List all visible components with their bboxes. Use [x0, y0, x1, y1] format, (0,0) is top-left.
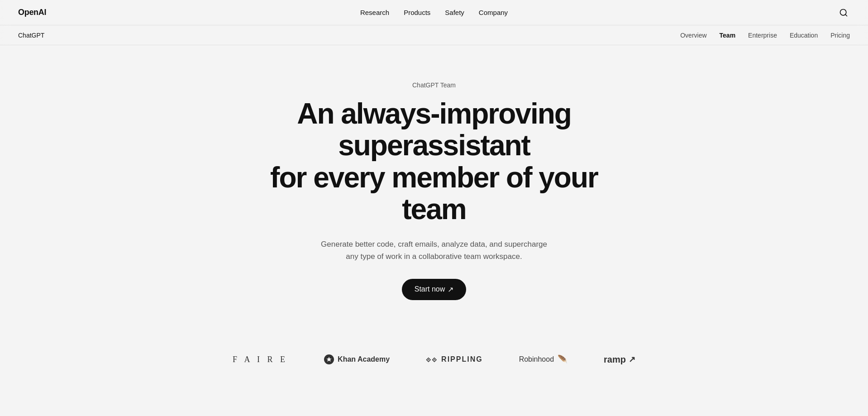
svg-line-1	[845, 14, 847, 16]
robinhood-feather-icon: 🪶	[558, 354, 568, 364]
cta-label: Start now	[415, 285, 445, 293]
faire-text: F A I R E	[233, 355, 288, 364]
subnav-team[interactable]: Team	[720, 32, 736, 39]
hero-section: ChatGPT Team An always-improving superas…	[230, 45, 638, 327]
hero-title: An always-improving superassistant for e…	[248, 98, 620, 225]
cta-arrow-icon: ↗	[448, 285, 453, 294]
ramp-text: ramp	[604, 354, 626, 365]
hero-eyebrow: ChatGPT Team	[412, 81, 456, 89]
top-navigation: OpenAI Research Products Safety Company	[0, 0, 868, 25]
logo-ramp: ramp ↗	[604, 354, 635, 365]
rippling-icon: ⟐⟐	[426, 355, 438, 364]
hero-description: Generate better code, craft emails, anal…	[316, 238, 552, 263]
subnav-overview[interactable]: Overview	[680, 32, 706, 39]
openai-logo[interactable]: OpenAI	[18, 8, 46, 17]
search-button[interactable]	[837, 6, 850, 19]
nav-safety[interactable]: Safety	[445, 9, 464, 16]
logo-faire: F A I R E	[233, 355, 288, 364]
logo-robinhood: Robinhood 🪶	[519, 354, 568, 364]
rippling-text: RIPPLING	[441, 355, 483, 363]
logos-section: F A I R E Khan Academy ⟐⟐ RIPPLING Robin…	[0, 327, 868, 392]
nav-company[interactable]: Company	[479, 9, 508, 16]
hero-title-line1: An always-improving superassistant	[297, 97, 571, 162]
hero-title-line2: for every member of your team	[270, 161, 598, 225]
subnav-pricing[interactable]: Pricing	[830, 32, 850, 39]
chatgpt-brand: ChatGPT	[18, 32, 44, 39]
start-now-button[interactable]: Start now ↗	[402, 279, 467, 300]
logo-rippling: ⟐⟐ RIPPLING	[426, 355, 483, 364]
subnav-enterprise[interactable]: Enterprise	[748, 32, 777, 39]
logo-khan-academy: Khan Academy	[324, 354, 390, 364]
main-content: ChatGPT Team An always-improving superas…	[0, 0, 868, 392]
subnav-education[interactable]: Education	[790, 32, 818, 39]
khan-academy-text: Khan Academy	[338, 355, 390, 363]
khan-badge-icon	[324, 354, 334, 364]
search-icon	[839, 8, 848, 17]
secondary-navigation: ChatGPT Overview Team Enterprise Educati…	[0, 25, 868, 45]
robinhood-text: Robinhood	[519, 355, 554, 363]
nav-products[interactable]: Products	[404, 9, 430, 16]
ramp-arrow-icon: ↗	[629, 354, 635, 364]
nav-research[interactable]: Research	[360, 9, 389, 16]
